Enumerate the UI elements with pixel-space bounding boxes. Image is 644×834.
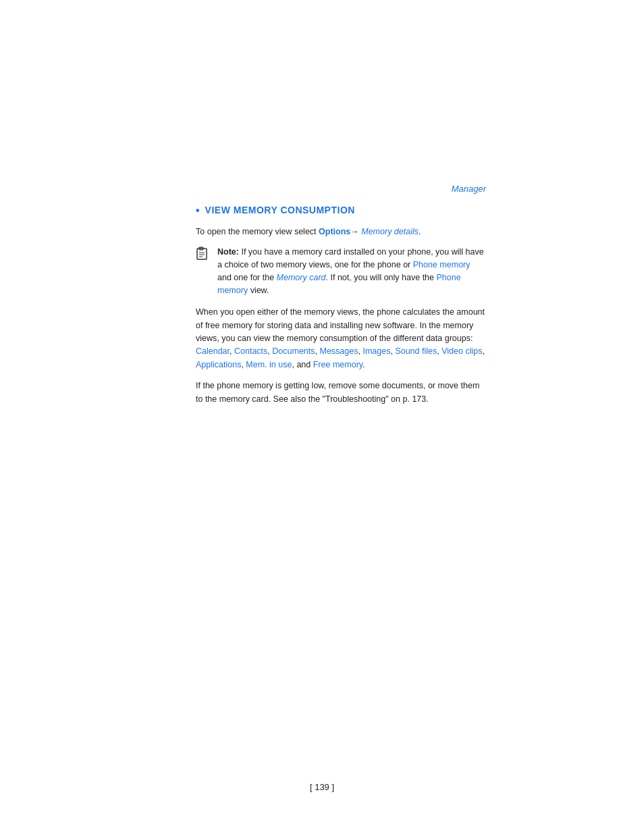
para1-before: When you open either of the memory views… <box>196 307 485 343</box>
images-link[interactable]: Images <box>363 346 390 356</box>
para1-sep7: , <box>482 346 484 356</box>
content-area: Manager • VIEW MEMORY CONSUMPTION To ope… <box>196 182 486 414</box>
note-text-3: . If not, you will only have the <box>326 273 437 282</box>
intro-arrow: → <box>350 227 359 236</box>
bullet-icon: • <box>196 203 200 219</box>
paragraph-2: If the phone memory is getting low, remo… <box>196 380 486 406</box>
section-title: VIEW MEMORY CONSUMPTION <box>205 203 355 217</box>
calendar-link[interactable]: Calendar <box>196 346 230 356</box>
memory-card-link[interactable]: Memory card <box>277 273 326 282</box>
note-content: Note: If you have a memory card installe… <box>217 246 486 296</box>
note-icon <box>196 246 211 261</box>
contacts-link[interactable]: Contacts <box>234 346 267 356</box>
para1-sep9: , and <box>292 360 313 369</box>
note-text-2: and one for the <box>217 273 277 282</box>
mem-in-use-link[interactable]: Mem. in use <box>246 360 292 369</box>
svg-rect-2 <box>199 247 203 250</box>
page: Manager • VIEW MEMORY CONSUMPTION To ope… <box>0 0 644 834</box>
video-clips-link[interactable]: Video clips <box>441 346 482 356</box>
paragraph-1: When you open either of the memory views… <box>196 306 486 371</box>
phone-memory-link-1[interactable]: Phone memory <box>413 260 471 269</box>
page-number: [ 139 ] <box>310 781 334 794</box>
note-label: Note: <box>217 247 239 257</box>
documents-link[interactable]: Documents <box>272 346 315 356</box>
intro-before: To open the memory view select <box>196 227 319 236</box>
manager-text: Manager <box>452 184 486 194</box>
para1-end: . <box>363 360 365 369</box>
options-link[interactable]: Options <box>319 227 350 236</box>
para1-sep1: , <box>230 346 234 356</box>
note-box: Note: If you have a memory card installe… <box>196 246 486 296</box>
intro-line: To open the memory view select Options→ … <box>196 226 486 238</box>
note-text-4: view. <box>248 286 269 295</box>
free-memory-link[interactable]: Free memory <box>313 360 363 369</box>
messages-link[interactable]: Messages <box>319 346 358 356</box>
memory-details-link[interactable]: Memory details <box>361 227 419 236</box>
section-heading: • VIEW MEMORY CONSUMPTION <box>196 203 486 219</box>
applications-link[interactable]: Applications <box>196 360 241 369</box>
sound-files-link[interactable]: Sound files <box>395 346 437 356</box>
manager-label: Manager <box>196 182 486 196</box>
